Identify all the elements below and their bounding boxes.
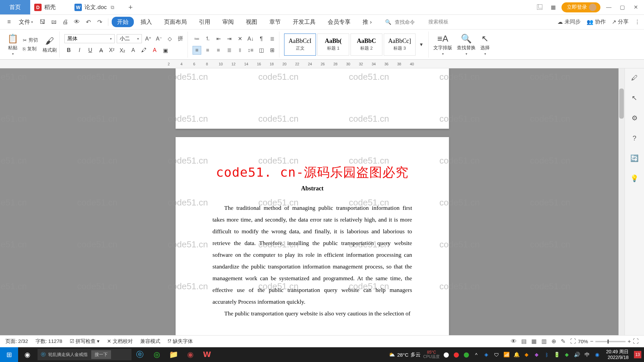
cursor-tool-icon[interactable]: ↖	[629, 93, 640, 103]
app-ie[interactable]: ⓔ	[131, 347, 148, 362]
taskbar-search-button[interactable]: 搜一下	[91, 350, 111, 359]
maximize-button[interactable]: ▢	[617, 2, 627, 12]
sync-status[interactable]: ☁未同步	[557, 18, 581, 25]
paragraph-mark-icon[interactable]: ¶	[257, 35, 266, 43]
notification-badge[interactable]: 13	[634, 351, 641, 358]
minimize-button[interactable]: —	[604, 2, 614, 12]
taskbar-search[interactable]: ⓔ 搜一下	[38, 349, 131, 360]
text-effect-icon[interactable]: A	[129, 46, 138, 55]
tray-chevron[interactable]: ^	[473, 351, 480, 358]
paste-button[interactable]: 📋粘贴▾	[7, 34, 18, 56]
file-menu[interactable]: 文件▾	[15, 18, 36, 26]
share-button[interactable]: ↗分享	[612, 18, 629, 25]
tips-icon[interactable]: 💡	[629, 173, 640, 184]
copy-button[interactable]: ⎘复制	[23, 46, 38, 52]
tray-battery-icon[interactable]: 🔋	[553, 351, 560, 358]
cut-button[interactable]: ✂剪切	[23, 37, 38, 43]
align-right-icon[interactable]: ≡	[214, 46, 223, 55]
tray-app-1[interactable]: ◈	[483, 351, 490, 358]
select-button[interactable]: ↖选择▾	[480, 34, 490, 56]
phonetic-icon[interactable]: 拼	[176, 35, 185, 43]
menu-start[interactable]: 开始	[112, 17, 134, 27]
tray-app-4[interactable]: ◆	[563, 351, 571, 358]
text-layout-button[interactable]: ≡A文字排版▾	[433, 34, 452, 56]
vertical-scrollbar[interactable]	[619, 68, 625, 347]
outline-view-icon[interactable]: ▥	[541, 338, 547, 345]
command-search-input[interactable]	[395, 19, 425, 25]
print-icon[interactable]: 🖨	[60, 17, 70, 27]
tray-shield-icon[interactable]: 🛡	[493, 351, 500, 358]
translate-icon[interactable]: 🔄	[629, 153, 640, 164]
start-button[interactable]: ⊞	[0, 347, 18, 362]
grid-icon[interactable]: ▦	[548, 2, 558, 12]
tray-app-5[interactable]: ◉	[593, 351, 601, 358]
copilot-icon[interactable]: ◉	[18, 347, 36, 362]
template-search[interactable]: 搜索模板	[428, 19, 448, 25]
zoom-slider[interactable]	[595, 341, 626, 342]
tab-home[interactable]: 首页	[0, 0, 30, 14]
save-as-icon[interactable]: 🖭	[49, 17, 59, 27]
document-proof[interactable]: ✕ 文档校对	[107, 338, 133, 345]
tab-docer[interactable]: D 稻壳	[30, 0, 65, 14]
fullscreen-icon[interactable]: ⛶	[633, 338, 639, 345]
bullet-list-icon[interactable]: ≔	[193, 35, 201, 43]
style-heading3[interactable]: AaBbCc]标题 3	[384, 34, 416, 56]
tray-icon-1[interactable]: ⬤	[442, 351, 450, 358]
sort-icon[interactable]: A↓	[246, 35, 255, 43]
decrease-indent-icon[interactable]: ⇤	[214, 35, 223, 43]
fit-width-icon[interactable]: ⛶	[570, 338, 576, 345]
undo-icon[interactable]: ↶	[83, 17, 93, 27]
style-heading1[interactable]: AaBb(标题 1	[317, 34, 349, 56]
font-color-icon[interactable]: A	[150, 46, 159, 55]
collab-button[interactable]: 👥协作	[587, 18, 606, 25]
shrink-font-icon[interactable]: A⁻	[155, 35, 163, 43]
grow-font-icon[interactable]: A⁺	[144, 35, 153, 43]
print-preview-icon[interactable]: 👁	[72, 17, 82, 27]
bold-icon[interactable]: B	[64, 46, 73, 55]
distribute-icon[interactable]: ⫴	[235, 46, 244, 55]
pen-tool-icon[interactable]: 🖊	[629, 72, 640, 83]
missing-font[interactable]: ⁉ 缺失字体	[168, 338, 193, 345]
menu-overflow[interactable]: ⋮	[635, 19, 640, 25]
page-indicator[interactable]: 页面: 2/32	[5, 338, 28, 345]
superscript-icon[interactable]: X²	[107, 46, 116, 55]
app-wps[interactable]: 𝗪	[199, 347, 215, 362]
tab-document[interactable]: W 论文.doc ⧉	[65, 0, 124, 14]
find-replace-button[interactable]: 🔍查找替换▾	[457, 34, 476, 56]
taskbar-clock[interactable]: 20:49 周日 2022/9/18	[603, 349, 631, 360]
app-other[interactable]: ◉	[182, 347, 199, 362]
styles-more-icon[interactable]: ▾	[417, 40, 426, 49]
edit-mode-icon[interactable]: ✎	[561, 338, 566, 345]
help-icon[interactable]: ?	[629, 133, 640, 143]
eye-icon[interactable]: 👁	[511, 338, 517, 345]
underline-icon[interactable]: U	[86, 46, 95, 55]
menu-dev-tools[interactable]: 开发工具	[287, 17, 321, 27]
tray-icon-2[interactable]: ⬤	[452, 351, 460, 358]
app-360[interactable]: ◎	[148, 347, 165, 362]
align-center-icon[interactable]: ≡	[203, 46, 212, 55]
tab-window-icon[interactable]: ⧉	[111, 4, 114, 10]
app-explorer[interactable]: 📁	[165, 347, 182, 362]
tray-app-2[interactable]: ◆	[523, 351, 530, 358]
menu-view[interactable]: 视图	[240, 17, 263, 27]
login-button[interactable]: 立即登录	[561, 2, 600, 12]
tray-bluetooth-icon[interactable]: ᛒ	[543, 351, 550, 358]
redo-icon[interactable]: ↷	[95, 17, 105, 27]
borders-icon[interactable]: ⊞	[268, 46, 276, 55]
style-normal[interactable]: AaBbCcI正文	[284, 34, 316, 56]
zoom-out-icon[interactable]: −	[590, 338, 593, 345]
web-view-icon[interactable]: ⊕	[551, 338, 556, 345]
save-icon[interactable]: 🖫	[38, 17, 48, 27]
word-count[interactable]: 字数: 11278	[36, 338, 62, 345]
strikethrough-icon[interactable]: A̶	[97, 46, 105, 55]
align-left-icon[interactable]: ≡	[193, 46, 201, 55]
tray-bell-icon[interactable]: 🔔	[513, 351, 520, 358]
asian-layout-icon[interactable]: ✕	[235, 35, 244, 43]
char-border-icon[interactable]: ▣	[161, 46, 170, 55]
layout-icon[interactable]: ⿺	[535, 2, 545, 12]
tab-add-button[interactable]: +	[124, 0, 137, 14]
highlight-icon[interactable]: 🖍	[140, 46, 148, 55]
hamburger-icon[interactable]: ≡	[4, 17, 14, 27]
menu-review[interactable]: 审阅	[217, 17, 239, 27]
menu-more[interactable]: 推 ›	[357, 17, 377, 27]
